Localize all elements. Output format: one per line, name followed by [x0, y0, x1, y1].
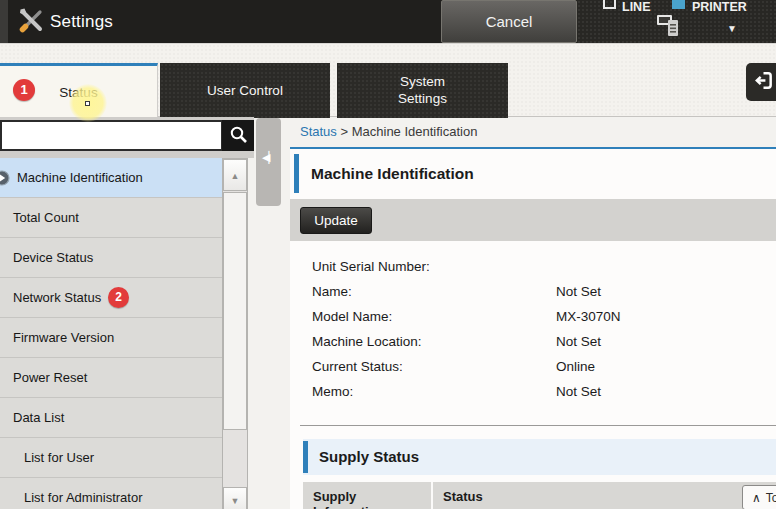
field-label: Unit Serial Number:: [290, 259, 556, 274]
field-label: Name:: [290, 284, 556, 299]
supply-col-status: Status: [433, 482, 776, 509]
network-status-alert-badge: 2: [108, 287, 129, 308]
login-button[interactable]: A: [746, 63, 776, 101]
search-button[interactable]: [222, 120, 254, 151]
field-value: MX-3070N: [556, 309, 776, 324]
update-button[interactable]: Update: [300, 207, 372, 234]
sidebar-item-label: List for Administrator: [24, 490, 143, 505]
scroll-up-button[interactable]: ▲: [223, 159, 247, 191]
accent-bar: [294, 154, 299, 193]
to-top-button[interactable]: ∧ To: [742, 485, 776, 509]
machine-info-fields: Unit Serial Number: Name: Not Set Model …: [290, 241, 776, 404]
sidebar-item-machine-identification[interactable]: Machine Identification: [0, 158, 222, 198]
search-input[interactable]: [0, 120, 223, 151]
sidebar-item-list-for-user[interactable]: List for User: [0, 438, 222, 478]
tab-user-control[interactable]: User Control: [160, 63, 330, 118]
field-label: Memo:: [290, 384, 556, 399]
line-status-checkbox: [603, 0, 616, 9]
scrollbar-thumb[interactable]: [223, 192, 247, 430]
device-status-panel: LINE PRINTER ▼: [577, 0, 776, 43]
sidebar-item-device-status[interactable]: Device Status: [0, 238, 222, 278]
login-icon: [753, 70, 774, 94]
breadcrumb-separator: >: [340, 124, 348, 139]
section-divider: [300, 425, 776, 426]
sidebar-scrollbar[interactable]: ▲ ▼: [222, 158, 248, 509]
field-value: Not Set: [556, 284, 776, 299]
sidebar-item-data-list[interactable]: Data List: [0, 398, 222, 438]
sidebar-item-label: Total Count: [13, 210, 79, 225]
sidebar-item-label: Machine Identification: [17, 170, 143, 185]
printer-device-icon: [656, 14, 682, 42]
tab-bar: 1 Status User Control System Settings A: [0, 43, 776, 117]
section-title: Machine Identification: [311, 149, 474, 199]
field-value: Not Set: [556, 334, 776, 349]
field-label: Current Status:: [290, 359, 556, 374]
printer-dropdown-caret-icon[interactable]: ▼: [727, 23, 737, 34]
field-memo: Memo: Not Set: [290, 379, 776, 404]
sidebar-item-power-reset[interactable]: Power Reset: [0, 358, 222, 398]
settings-screen: Settings Cancel LINE PRINTER ▼ 1: [0, 0, 776, 509]
field-machine-location: Machine Location: Not Set: [290, 329, 776, 354]
to-top-label: To: [766, 491, 776, 505]
line-status-label: LINE: [622, 0, 650, 14]
accent-bar: [303, 441, 308, 473]
field-model-name: Model Name: MX-3070N: [290, 304, 776, 329]
printer-status-label: PRINTER: [692, 0, 747, 14]
supply-col-supply-information: Supply Information: [303, 482, 433, 509]
scroll-down-button[interactable]: ▼: [223, 487, 247, 509]
field-value: Online: [556, 359, 776, 374]
sidebar-item-label: List for User: [24, 450, 94, 465]
sidebar-item-label: Network Status: [13, 290, 101, 305]
supply-table-header: Supply Information Status: [303, 482, 776, 509]
breadcrumb-current: Machine Identification: [352, 124, 478, 139]
supply-status-title: Supply Status: [319, 439, 419, 475]
chevron-up-icon: ∧: [752, 491, 761, 505]
breadcrumb-status-link[interactable]: Status: [300, 124, 337, 139]
cancel-button[interactable]: Cancel: [441, 0, 577, 43]
top-bar: Settings Cancel LINE PRINTER ▼: [0, 0, 776, 43]
current-item-icon: [0, 170, 10, 189]
field-label: Machine Location:: [290, 334, 556, 349]
collapse-arrow-icon: ◀▏: [262, 151, 275, 163]
search-icon: [229, 125, 248, 147]
field-name: Name: Not Set: [290, 279, 776, 304]
field-current-status: Current Status: Online: [290, 354, 776, 379]
tab-system-settings-label: System Settings: [388, 74, 458, 108]
field-value: Not Set: [556, 384, 776, 399]
sidebar-item-label: Power Reset: [13, 370, 87, 385]
supply-status-header: Supply Status: [303, 439, 776, 475]
sidebar-item-label: Data List: [13, 410, 64, 425]
printer-status-indicator: [672, 0, 685, 9]
sidebar-item-label: Firmware Version: [13, 330, 114, 345]
sidebar-menu: Machine Identification Total Count Devic…: [0, 158, 222, 509]
machine-identification-panel: Machine Identification Update Unit Seria…: [290, 147, 776, 509]
sidebar-collapse-button[interactable]: ◀▏: [256, 118, 281, 206]
sidebar-item-list-for-administrator[interactable]: List for Administrator: [0, 478, 222, 509]
status-alert-badge: 1: [13, 79, 35, 101]
breadcrumb: Status > Machine Identification: [300, 124, 477, 139]
panel-header: Machine Identification: [290, 149, 776, 199]
tab-status-label: Status: [59, 85, 97, 100]
tab-user-control-label: User Control: [207, 83, 283, 98]
panel-toolbar: Update: [290, 199, 776, 241]
sidebar-item-network-status[interactable]: Network Status 2: [0, 278, 222, 318]
sidebar-item-firmware-version[interactable]: Firmware Version: [0, 318, 222, 358]
page-title: Settings: [50, 0, 113, 43]
settings-icon: [17, 7, 45, 35]
sidebar-item-label: Device Status: [13, 250, 93, 265]
tab-system-settings[interactable]: System Settings: [337, 63, 508, 118]
tab-status[interactable]: 1 Status: [0, 63, 158, 118]
sidebar-item-total-count[interactable]: Total Count: [0, 198, 222, 238]
top-bar-edge: [0, 0, 8, 43]
field-label: Model Name:: [290, 309, 556, 324]
field-unit-serial-number: Unit Serial Number:: [290, 254, 776, 279]
